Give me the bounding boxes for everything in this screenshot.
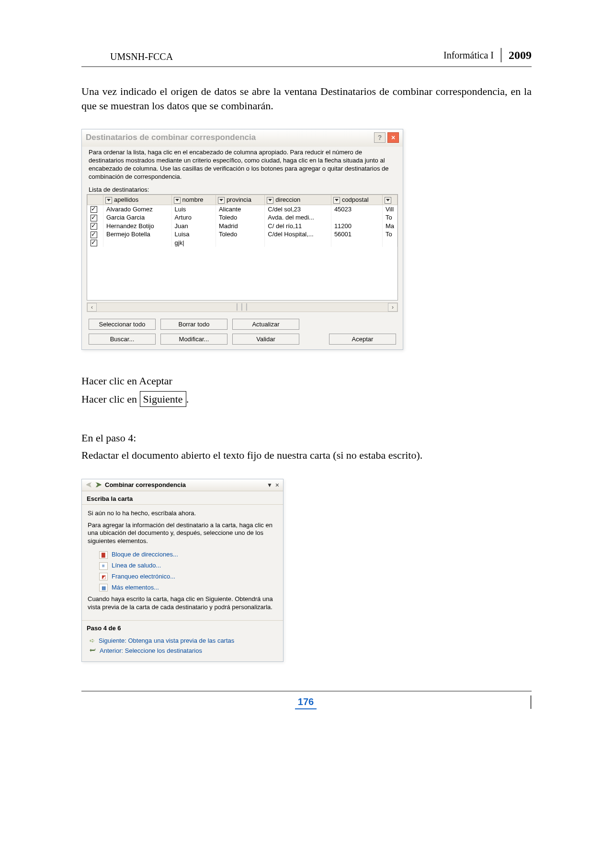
scroll-right-icon[interactable]: › — [388, 303, 397, 312]
col-apellidos[interactable]: apellidos — [103, 195, 172, 205]
row-checkbox[interactable] — [91, 231, 97, 238]
cell-overflow: To — [382, 213, 397, 222]
help-icon[interactable]: ? — [374, 132, 386, 143]
panel-step-links: ➪Siguiente: Obtenga una vista previa de … — [82, 634, 283, 661]
page-footer: 176 — [81, 691, 532, 709]
link-electronic-postage[interactable]: ◩Franqueo electrónico... — [99, 571, 277, 582]
accept-button[interactable]: Aceptar — [329, 334, 396, 345]
list-label: Lista de destinatarios: — [82, 184, 403, 194]
col-overflow[interactable] — [382, 195, 397, 205]
table-row[interactable]: Bermejo Botella Luisa Toledo C/del Hospi… — [88, 230, 397, 239]
chevron-down-icon[interactable] — [105, 197, 112, 204]
chevron-down-icon[interactable] — [333, 197, 340, 204]
row-checkbox[interactable] — [91, 240, 97, 246]
mail-merge-panel: ⮜ ⮞ Combinar correspondencia ▼ × Escriba… — [81, 479, 284, 662]
col-direccion[interactable]: direccion — [265, 195, 331, 205]
link-label: Más elementos... — [112, 584, 159, 592]
cell-apellidos: Alvarado Gomez — [103, 205, 172, 213]
cell-provincia: Alicante — [216, 205, 264, 213]
link-greeting-line[interactable]: ≡Línea de saludo... — [99, 560, 277, 571]
cell-apellidos: Bermejo Botella — [103, 230, 172, 239]
dialog-buttons-row2: Buscar... Modificar... Validar Aceptar — [82, 332, 403, 349]
col-codpostal[interactable]: codpostal — [331, 195, 382, 205]
chevron-down-icon[interactable] — [174, 197, 181, 204]
instruction-next: Hacer clic en Siguiente. — [81, 391, 532, 407]
step4-heading: En el paso 4: — [81, 431, 532, 445]
recipients-table: apellidos nombre provincia direccion cod… — [87, 195, 397, 247]
modify-button[interactable]: Modificar... — [160, 334, 227, 345]
table-row[interactable]: Alvarado Gomez Luis Alicante C/del sol,2… — [88, 205, 397, 213]
panel-back-icon[interactable]: ⮜ — [86, 482, 92, 488]
table-header-row: apellidos nombre provincia direccion cod… — [88, 195, 397, 205]
link-address-block[interactable]: ▇Bloque de direcciones... — [99, 549, 277, 560]
scroll-left-icon[interactable]: ‹ — [87, 303, 97, 312]
panel-menu-icon[interactable]: ▼ — [267, 482, 272, 488]
row-checkbox[interactable] — [91, 223, 97, 230]
step-prev-link[interactable]: ⮨Anterior: Seleccione los destinatarios — [90, 646, 283, 656]
panel-header: ⮜ ⮞ Combinar correspondencia ▼ × — [82, 479, 283, 491]
link-label: Línea de saludo... — [112, 562, 161, 570]
select-all-button[interactable]: Seleccionar todo — [89, 319, 156, 330]
cell-apellidos — [103, 239, 172, 247]
col-label: codpostal — [342, 196, 369, 203]
cell-overflow: To — [382, 230, 397, 239]
page-number: 176 — [295, 696, 317, 709]
instruction-accept: Hacer clic en Aceptar — [81, 374, 532, 388]
instruction-next-suffix: . — [186, 393, 189, 405]
link-label: Franqueo electrónico... — [112, 573, 175, 581]
cell-direccion: Avda. del medi... — [265, 213, 331, 222]
recipients-table-wrap: apellidos nombre provincia direccion cod… — [87, 194, 398, 301]
row-checkbox[interactable] — [91, 206, 97, 213]
link-label: Bloque de direcciones... — [112, 551, 178, 559]
cell-direccion — [265, 239, 331, 247]
close-icon[interactable]: × — [387, 132, 399, 143]
panel-body: Si aún no lo ha hecho, escríbala ahora. … — [82, 505, 283, 620]
link-label: Siguiente: Obtenga una vista previa de l… — [99, 637, 234, 644]
col-provincia[interactable]: provincia — [216, 195, 264, 205]
cell-nombre: Luisa — [171, 230, 216, 239]
cell-direccion: C/del Hospital,... — [265, 230, 331, 239]
row-checkbox[interactable] — [91, 215, 97, 221]
col-nombre[interactable]: nombre — [171, 195, 216, 205]
page-header: UMSNH-FCCA Informática I 2009 — [81, 48, 532, 67]
panel-forward-icon[interactable]: ⮞ — [95, 482, 102, 488]
cell-codpostal: 11200 — [331, 222, 382, 231]
chevron-down-icon[interactable] — [267, 197, 273, 204]
table-row[interactable]: Garcia Garcia Arturo Toledo Avda. del me… — [88, 213, 397, 222]
col-checkbox[interactable] — [88, 195, 103, 205]
col-label: nombre — [182, 196, 204, 203]
dialog-titlebar: Destinatarios de combinar correspondenci… — [82, 129, 403, 147]
horizontal-scrollbar[interactable]: ‹ ┃┃┃ › — [87, 302, 398, 312]
cell-provincia: Toledo — [216, 213, 264, 222]
validate-button[interactable]: Validar — [232, 334, 299, 345]
step4-description: Redactar el documento abierto el texto f… — [81, 448, 532, 463]
cell-overflow: Ma — [382, 222, 397, 231]
address-block-icon: ▇ — [99, 551, 108, 559]
panel-close-icon[interactable]: × — [275, 481, 279, 489]
cell-codpostal: 45023 — [331, 205, 382, 213]
cell-provincia — [216, 239, 264, 247]
step-next-link[interactable]: ➪Siguiente: Obtenga una vista previa de … — [90, 636, 283, 646]
chevron-down-icon[interactable] — [218, 197, 225, 204]
footer-side-mark — [530, 695, 532, 709]
table-row[interactable]: gjk| — [88, 239, 397, 247]
postage-icon: ◩ — [99, 573, 108, 580]
col-label: direccion — [275, 196, 300, 203]
chevron-down-icon[interactable] — [385, 197, 391, 204]
col-label: provincia — [227, 196, 251, 203]
cell-apellidos: Hernandez Botijo — [103, 222, 172, 231]
more-items-icon: ▦ — [99, 584, 108, 591]
cell-apellidos: Garcia Garcia — [103, 213, 172, 222]
refresh-button[interactable]: Actualizar — [232, 319, 299, 330]
table-row[interactable]: Hernandez Botijo Juan Madrid C/ del río,… — [88, 222, 397, 231]
dialog-description: Para ordenar la lista, haga clic en el e… — [82, 147, 403, 184]
dialog-title: Destinatarios de combinar correspondenci… — [86, 133, 256, 142]
search-button[interactable]: Buscar... — [89, 334, 156, 345]
cell-codpostal: 56001 — [331, 230, 382, 239]
panel-paragraph-1: Si aún no lo ha hecho, escríbala ahora. — [88, 509, 277, 518]
cell-overflow: Vill — [382, 205, 397, 213]
clear-all-button[interactable]: Borrar todo — [160, 319, 227, 330]
link-more-items[interactable]: ▦Más elementos... — [99, 582, 277, 593]
cell-codpostal — [331, 213, 382, 222]
scrollbar-track[interactable]: ┃┃┃ — [97, 303, 388, 311]
